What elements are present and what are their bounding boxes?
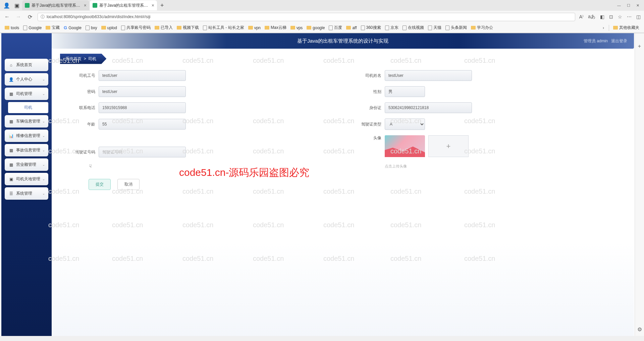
info-icon[interactable]: ⓘ xyxy=(41,14,45,20)
breadcrumb-home[interactable]: 系统首页 xyxy=(65,56,82,61)
field-phone: 联系电话 xyxy=(68,102,334,113)
chevron-down-icon: ⌄ xyxy=(42,92,45,96)
watermark: code51.cn xyxy=(390,255,421,262)
bookmark-item[interactable]: 头条新闻 xyxy=(444,24,468,31)
tab-close-icon[interactable]: × xyxy=(84,3,87,8)
sidebar-item[interactable]: ⌂系统首页 xyxy=(5,59,48,71)
bookmark-item[interactable]: 百度 xyxy=(327,24,343,31)
bookmark-item[interactable]: vpn xyxy=(247,24,262,31)
bookmark-item[interactable]: 360搜索 xyxy=(360,24,382,31)
gender-input[interactable] xyxy=(385,86,425,97)
user-role: 管理员 admin xyxy=(584,38,608,44)
field-gender: 性别 xyxy=(355,86,621,97)
tab-title: 基于Java的出租车管理系统的设计 xyxy=(99,3,150,8)
bookmark-item[interactable]: 站长工具 - 站长之家 xyxy=(202,24,246,31)
bookmark-item[interactable]: vps xyxy=(289,24,304,31)
sidebar-item[interactable]: ▦事故信息管理⌄ xyxy=(5,144,48,156)
logout-link[interactable]: 退出登录 xyxy=(611,38,627,44)
refresh-button[interactable]: ⟳ xyxy=(26,14,34,20)
app-header: 基于Java的出租车管理系统的设计与实现 管理员 admin 退出登录 xyxy=(52,33,634,49)
age-input[interactable] xyxy=(99,119,186,130)
menu-icon[interactable]: ⋯ xyxy=(627,14,632,19)
tab-close-icon[interactable]: × xyxy=(152,3,154,8)
idcard-input[interactable] xyxy=(385,102,472,113)
maximize-button[interactable]: ☐ xyxy=(627,3,630,8)
sidebar-item[interactable]: ☰系统管理⌄ xyxy=(5,187,48,200)
folder-icon xyxy=(290,26,295,30)
extension-icon[interactable]: ⊡ xyxy=(609,14,613,19)
page-icon xyxy=(385,26,389,30)
driver-name-input[interactable] xyxy=(385,70,472,81)
cancel-button[interactable]: 取消 xyxy=(117,179,140,190)
sidebar-item[interactable]: 👤个人中心⌄ xyxy=(5,73,48,86)
avatar-upload-button[interactable]: + xyxy=(428,135,469,157)
favicon-icon xyxy=(203,26,207,30)
folder-icon xyxy=(248,26,253,30)
folder-icon xyxy=(46,26,50,30)
sidebar-item[interactable]: ▦车辆信息管理⌄ xyxy=(5,115,48,128)
bookmark-item[interactable]: 已导入 xyxy=(153,24,174,31)
watermark: code51.cn xyxy=(253,57,284,64)
chevron-down-icon: ⌄ xyxy=(42,78,45,81)
read-aloud-icon[interactable]: A⁾ xyxy=(579,14,583,19)
bookmark-item[interactable]: 宝藏 xyxy=(44,24,61,31)
new-tab-button[interactable]: + xyxy=(158,1,167,10)
watermark: code51.cn xyxy=(182,255,213,262)
sidebar-item[interactable]: 📊维修信息管理⌄ xyxy=(5,130,48,142)
rail-add-icon[interactable]: + xyxy=(638,43,641,49)
field-avatar: 头像 + 点击上传头像 xyxy=(355,135,621,169)
password-input[interactable] xyxy=(99,86,186,97)
menu-icon: ▣ xyxy=(9,177,13,182)
driver-id-input[interactable] xyxy=(99,70,186,81)
browser-tab-1[interactable]: 基于Java的出租车管理系统的设计 × xyxy=(22,0,89,10)
field-driver-name: 司机姓名 xyxy=(355,70,621,81)
sidebar-subitem-driver[interactable]: 司机 xyxy=(8,102,48,113)
bookmarks-overflow-icon[interactable]: › xyxy=(601,26,606,30)
sidebar-toggle-icon[interactable]: ◫ xyxy=(636,14,641,19)
chevron-down-icon: ⌄ xyxy=(42,119,45,123)
bookmark-item[interactable]: 在线视频 xyxy=(401,24,425,31)
sidebar-item[interactable]: ▦司机管理⌄ xyxy=(5,88,48,100)
favorite-icon[interactable]: ☆ xyxy=(618,14,622,19)
watermark: code51.cn xyxy=(464,57,495,64)
bookmark-item[interactable]: 天猫 xyxy=(427,24,443,31)
bookmark-item[interactable]: 京东 xyxy=(384,24,400,31)
address-bar: ← → ⟳ ⓘ localhost:8080/springbootb633c/a… xyxy=(0,11,644,23)
watermark: code51.cn xyxy=(464,221,495,229)
bookmark-item[interactable]: bxy xyxy=(84,24,99,31)
bookmark-item[interactable]: GGoogle xyxy=(62,24,83,31)
minimize-button[interactable]: — xyxy=(617,3,621,7)
close-window-button[interactable]: ✕ xyxy=(636,3,639,8)
bookmark-item[interactable]: 学习办公 xyxy=(470,24,494,31)
browser-chrome: 👤 ▣ 基于Java的出租车管理系统的设计 × 基于Java的出租车管理系统的设… xyxy=(0,0,644,33)
page-icon xyxy=(402,26,407,30)
sidebar-item[interactable]: ▦营业额管理⌄ xyxy=(5,158,48,171)
bookmark-item[interactable]: Google xyxy=(22,24,43,31)
sidebar-item[interactable]: ▣司机天地管理⌄ xyxy=(5,173,48,185)
rail-settings-icon[interactable]: ⚙ xyxy=(637,326,642,333)
menu-icon: ▦ xyxy=(9,92,13,96)
other-bookmarks[interactable]: 其他收藏夹 xyxy=(612,24,641,31)
translate-icon[interactable]: aあ xyxy=(588,14,595,20)
bookmark-item[interactable]: tools xyxy=(3,24,20,31)
bookmark-item[interactable]: google xyxy=(305,24,326,31)
browser-tab-2-active[interactable]: 基于Java的出租车管理系统的设计 × xyxy=(90,0,157,10)
bookmark-item[interactable]: 共享账号密码 xyxy=(120,24,152,31)
profile-icon[interactable]: 👤 xyxy=(2,1,11,10)
submit-button[interactable]: 提交 xyxy=(89,179,111,190)
url-input[interactable]: ⓘ localhost:8080/springbootb633c/admin/d… xyxy=(38,13,575,21)
bookmark-item[interactable]: Max云梯 xyxy=(263,24,288,31)
phone-input[interactable] xyxy=(99,102,186,113)
extension-icon[interactable]: ◧ xyxy=(600,14,604,19)
bookmark-item[interactable]: uplod xyxy=(100,24,118,31)
page-icon xyxy=(445,26,449,30)
license-type-select[interactable]: A xyxy=(385,118,425,130)
back-button[interactable]: ← xyxy=(3,14,11,20)
license-no-input[interactable] xyxy=(99,147,186,157)
bookmark-item[interactable]: aff xyxy=(345,24,358,31)
folder-icon xyxy=(5,26,9,30)
avatar-preview[interactable] xyxy=(385,135,425,157)
folder-icon xyxy=(307,26,311,30)
bookmark-item[interactable]: 视频下载 xyxy=(175,24,200,31)
tabs-icon[interactable]: ▣ xyxy=(12,1,21,10)
